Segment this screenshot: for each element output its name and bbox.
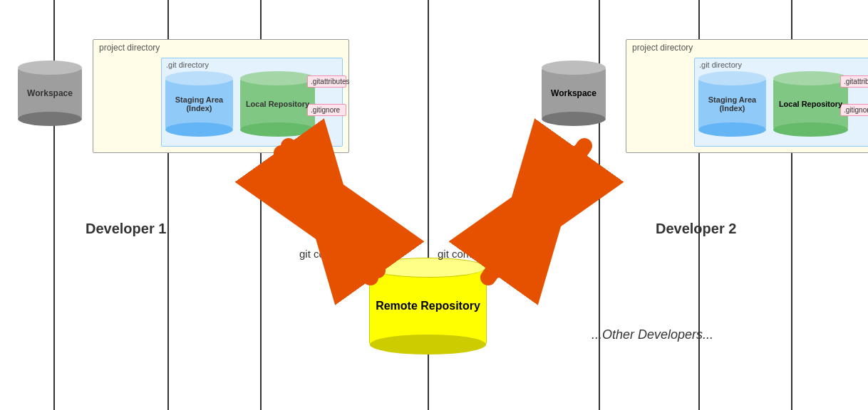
git-commands-left-label: git commands [299,248,366,260]
dev2-git-box: .git directory Staging Area(Index) Local… [694,58,868,147]
remote-repo-label: Remote Repository [373,297,483,315]
diagram: project directory .git directory Staging… [0,0,868,410]
dev2-workspace-label: Workspace [551,88,596,98]
other-developers-label: ...Other Developers... [591,327,713,342]
dev2-git-label: .git directory [699,61,742,69]
dev1-localrepo-label: Local Repository [246,100,309,108]
dev2-localrepo-cylinder: Local Repository [773,78,848,130]
dev1-staging-cylinder: Staging Area(Index) [165,78,233,130]
dev1-workspace-cylinder: Workspace [18,68,82,119]
dev2-gitattributes: .gitattributes [840,75,868,88]
dev1-gitattributes: .gitattributes [307,75,346,88]
git-commands-right-label: git commands [438,248,504,260]
dev1-staging-label: Staging Area(Index) [175,95,223,112]
svg-line-4 [495,146,584,270]
dev1-label: Developer 1 [86,221,166,237]
vline-4 [599,0,600,410]
dev2-project-box: project directory .git directory Staging… [626,39,868,153]
dev2-staging-label: Staging Area(Index) [708,95,756,112]
dev1-git-label: .git directory [166,61,209,69]
dev2-label: Developer 2 [656,221,736,237]
dev1-git-box: .git directory Staging Area(Index) Local… [161,58,343,147]
dev2-workspace-cylinder: Workspace [542,68,606,119]
dev2-project-label: project directory [632,43,693,53]
remote-repo-cylinder: Remote Repository [369,267,487,345]
dev1-workspace-label: Workspace [27,88,73,98]
dev2-localrepo-label: Local Repository [779,100,842,108]
dev1-gitignore: .gitignore [307,104,346,116]
dev2-gitignore: .gitignore [840,104,868,116]
dev1-localrepo-cylinder: Local Repository [240,78,315,130]
dev1-project-label: project directory [99,43,160,53]
dev1-project-box: project directory .git directory Staging… [93,39,349,153]
dev2-staging-cylinder: Staging Area(Index) [698,78,766,130]
